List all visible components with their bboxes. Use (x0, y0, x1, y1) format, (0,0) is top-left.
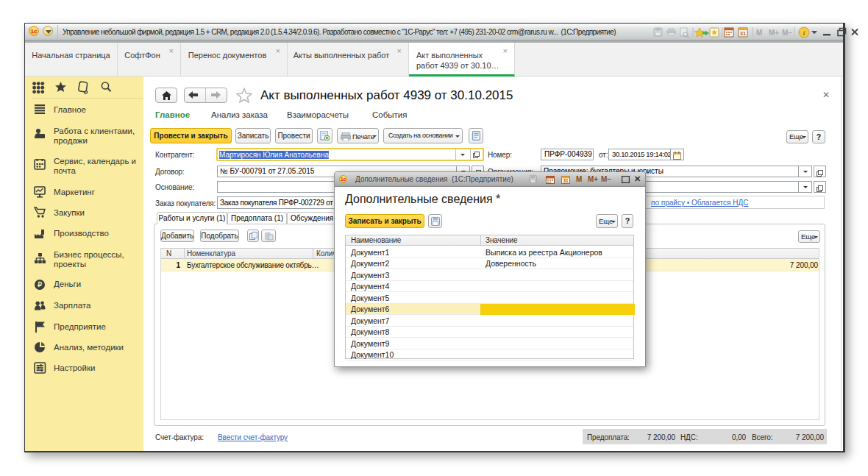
svg-text:М: М (756, 29, 762, 37)
svg-text:М–: М– (782, 29, 792, 37)
svg-text:31: 31 (740, 31, 746, 36)
svg-text:М+: М+ (769, 29, 779, 37)
svg-text:₽: ₽ (38, 280, 42, 288)
svg-text:31: 31 (563, 178, 569, 183)
